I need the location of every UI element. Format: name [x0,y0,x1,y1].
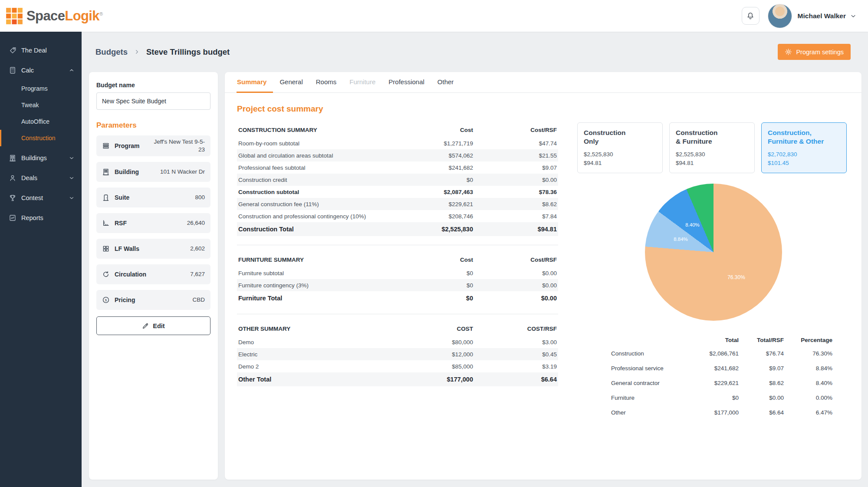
param-label: Program [115,142,140,149]
param-value: 101 N Wacker Dr [160,168,205,176]
chevron-down-icon [69,155,75,161]
cost-header: COST [399,326,473,332]
breadcrumb-row: Budgets Steve Trillings budget Program s… [82,32,868,72]
edit-parameters-button[interactable]: Edit [96,316,210,335]
param-row-program: Program Jeff's New Test 9-5-23 [96,135,210,156]
chevron-up-icon [69,67,75,73]
tab-general[interactable]: General [273,72,309,93]
tab-other[interactable]: Other [431,72,460,93]
card-total: $2,525,830 [676,151,705,158]
dollar-circle-icon: $ [102,296,110,304]
cost-rsf-header: Cost/RSF [473,257,557,263]
construction-summary-table: CONSTRUCTION SUMMARY Cost Cost/RSF Room-… [237,122,558,236]
card-title: Construction [584,129,625,136]
sidebar-item-the-deal[interactable]: The Deal [0,40,82,60]
card-title: Construction, [768,129,812,136]
person-icon [9,174,16,182]
param-value: 7,627 [190,270,205,278]
chart-column: ConstructionOnly $2,525,830$94.81 Constr… [577,122,849,480]
sidebar-item-contest[interactable]: Contest [0,188,82,208]
scenario-card-construction-furniture[interactable]: Construction& Furniture $2,525,830$94.81 [669,122,755,173]
pie-chart [645,184,782,321]
user-name[interactable]: Michael Walker [798,12,846,20]
sidebar-item-label: The Deal [21,47,47,54]
building-icon [9,154,16,162]
bell-icon [746,12,755,20]
table-row: Global and circulation areas subtotal$57… [237,149,558,161]
edit-label: Edit [153,322,164,329]
legend-row: Construction $2,086,761 $76.74 76.30% [598,346,832,361]
avatar[interactable] [768,4,792,28]
tab-summary[interactable]: Summary [237,72,273,93]
param-label: Building [115,168,139,175]
scenario-card-construction-furniture-other[interactable]: Construction,Furniture & Other $2,702,83… [761,122,847,173]
trophy-icon [9,194,16,202]
table-row: Electric$12,000$0.45 [237,348,558,360]
tab-professional[interactable]: Professional [382,72,431,93]
table-row: Room-by-room subtotal$1,271,719$47.74 [237,137,558,149]
legend-total-header: Total [690,337,739,343]
card-total-rsf: $94.81 [676,160,694,166]
legend-row: Professional service $241,682 $9.07 8.84… [598,361,832,375]
sidebar-item-calc[interactable]: Calc [0,60,82,80]
registered-mark: ® [99,11,103,16]
cost-rsf-header: Cost/RSF [473,127,557,133]
sidebar-item-label: Calc [21,67,34,74]
budget-name-input[interactable] [96,92,210,110]
param-value: 26,640 [187,219,205,227]
sidebar-item-buildings[interactable]: Buildings [0,148,82,168]
chevron-right-icon [134,49,140,55]
cycle-arrows-icon [102,270,110,278]
table-row-total: Furniture Total$0$0.00 [237,291,558,305]
sidebar-item-reports[interactable]: Reports [0,208,82,228]
param-row-rsf: RSF 26,640 [96,213,210,233]
sidebar-item-label: Construction [21,135,56,141]
sidebar-item-autooffice[interactable]: AutoOffice [0,113,82,130]
param-label: RSF [115,220,127,227]
user-menu-chevron-icon[interactable] [850,13,857,20]
table-row-total: Other Total$177,000$6.64 [237,372,558,386]
table-title: CONSTRUCTION SUMMARY [238,127,399,133]
table-row: Furniture contingency (3%)$0$0.00 [237,279,558,291]
sidebar-item-label: AutoOffice [21,118,49,125]
sidebar-item-construction[interactable]: Construction [0,130,82,146]
tab-rooms[interactable]: Rooms [309,72,343,93]
gear-icon [785,48,792,56]
param-label: Suite [115,194,129,201]
card-title: Construction [676,129,717,136]
sidebar-item-deals[interactable]: Deals [0,168,82,188]
pencil-icon [142,322,149,329]
sidebar-item-label: Tweak [21,102,39,109]
table-row: Construction credit$0$0.00 [237,174,558,186]
card-total-rsf: $94.81 [584,160,602,166]
sidebar-item-tweak[interactable]: Tweak [0,97,82,113]
tab-furniture[interactable]: Furniture [343,72,382,93]
table-header: CONSTRUCTION SUMMARY Cost Cost/RSF [237,122,558,137]
param-value: 2,602 [190,245,205,253]
chart-report-icon [9,214,16,222]
table-header: OTHER SUMMARY COST COST/RSF [237,321,558,336]
app-logo[interactable]: SpaceLogik® [6,7,103,25]
scenario-card-construction-only[interactable]: ConstructionOnly $2,525,830$94.81 [577,122,663,173]
notifications-button[interactable] [742,7,760,25]
table-row: Construction and professional contingenc… [237,210,558,222]
legend-percentage-header: Percentage [784,337,832,343]
sidebar-item-programs[interactable]: Programs [0,80,82,97]
brand-space: Space [26,8,65,23]
table-row: Demo$80,000$3.00 [237,336,558,348]
card-total: $2,702,830 [768,151,797,158]
chart-legend: Total Total/RSF Percentage Construction … [598,334,832,420]
chevron-down-icon [69,175,75,181]
table-row-subtotal: Construction subtotal$2,087,463$78.36 [237,186,558,198]
program-settings-button[interactable]: Program settings [778,44,851,60]
breadcrumb-budgets-link[interactable]: Budgets [95,47,128,57]
svg-text:$: $ [105,298,107,302]
table-title: FURNITURE SUMMARY [238,257,399,263]
table-row-total: Construction Total$2,525,830$94.81 [237,222,558,236]
tab-bar: Summary General Rooms Furniture Professi… [225,72,861,93]
legend-header: Total Total/RSF Percentage [598,334,832,346]
table-row: General construction fee (11%)$229,621$8… [237,198,558,210]
section-divider [237,245,558,245]
legend-row: Furniture $0 $0.00 0.00% [598,390,832,405]
budget-parameters-panel: Budget name Parameters Program Jeff's Ne… [89,72,218,480]
